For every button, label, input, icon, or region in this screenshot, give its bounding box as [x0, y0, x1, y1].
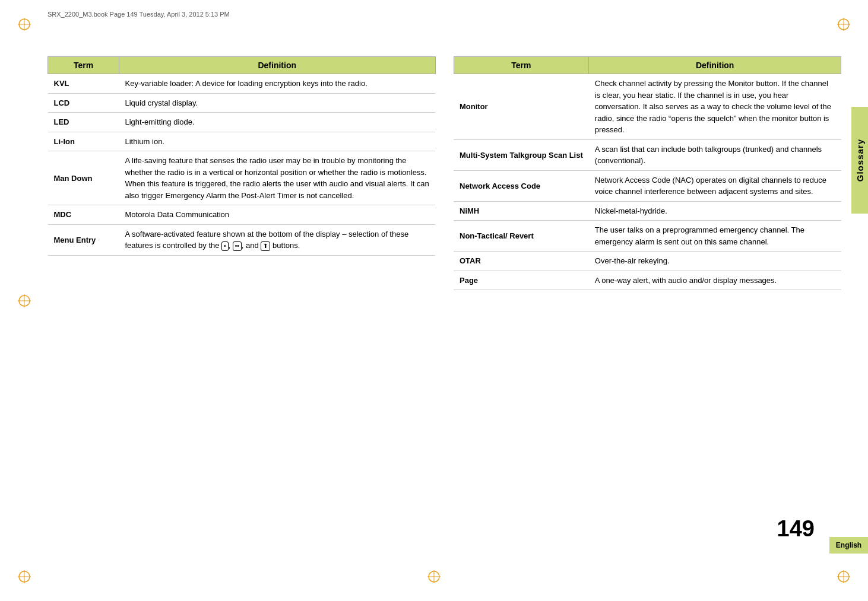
table-row: Menu Entry A software-activated feature … — [48, 224, 436, 255]
right-table-col: Term Definition Monitor Check channel ac… — [454, 56, 842, 290]
glossary-label: Glossary — [855, 139, 865, 182]
table-row: LCD Liquid crystal display. — [48, 93, 436, 113]
right-glossary-table: Term Definition Monitor Check channel ac… — [454, 56, 842, 290]
button-icon-single: • — [221, 241, 229, 251]
term-mdc: MDC — [48, 205, 119, 225]
table-row: OTAR Over-the-air rekeying. — [454, 252, 841, 271]
term-lcd: LCD — [48, 93, 119, 113]
left-table-col: Term Definition KVL Key-variable loader:… — [47, 56, 436, 256]
term-multisystem: Multi-System Talkgroup Scan List — [454, 139, 589, 170]
def-menuentry: A software-activated feature shown at th… — [119, 224, 436, 255]
reg-mark-bottom-right — [836, 569, 851, 584]
table-row: Page A one-way alert, with audio and/or … — [454, 271, 841, 290]
table-row: Network Access Code Network Access Code … — [454, 170, 841, 201]
left-glossary-table: Term Definition KVL Key-variable loader:… — [47, 56, 436, 256]
term-nontactical: Non-Tactical/ Revert — [454, 221, 589, 252]
table-row: Multi-System Talkgroup Scan List A scan … — [454, 139, 841, 170]
button-icon-up: ⬆ — [261, 241, 270, 251]
main-content: Term Definition KVL Key-variable loader:… — [47, 56, 841, 554]
table-row: Non-Tactical/ Revert The user talks on a… — [454, 221, 841, 252]
def-liion: Lithium ion. — [119, 132, 436, 151]
reg-mark-left-center — [17, 293, 32, 309]
table-row: MDC Motorola Data Communication — [48, 205, 436, 225]
table-row: LED Light-emitting diode. — [48, 113, 436, 132]
term-nimh: NiMH — [454, 201, 589, 221]
term-monitor: Monitor — [454, 74, 589, 140]
term-kvl: KVL — [48, 74, 119, 94]
def-monitor: Check channel activity by pressing the M… — [589, 74, 841, 140]
term-liion: Li-Ion — [48, 132, 119, 151]
term-page: Page — [454, 271, 589, 290]
term-otar: OTAR — [454, 252, 589, 271]
def-nac: Network Access Code (NAC) operates on di… — [589, 170, 841, 201]
table-row: NiMH Nickel-metal-hydride. — [454, 201, 841, 221]
glossary-tab: Glossary — [851, 107, 868, 214]
reg-mark-top-right — [836, 17, 851, 32]
file-info: SRX_2200_M3.book Page 149 Tuesday, April… — [47, 11, 230, 18]
left-term-header: Term — [48, 57, 119, 74]
table-row: Man Down A life-saving feature that sens… — [48, 151, 436, 205]
term-mandown: Man Down — [48, 151, 119, 205]
reg-mark-bottom-left — [17, 569, 32, 584]
def-nimh: Nickel-metal-hydride. — [589, 201, 841, 221]
term-nac: Network Access Code — [454, 170, 589, 201]
left-definition-header: Definition — [119, 57, 436, 74]
table-row: Li-Ion Lithium ion. — [48, 132, 436, 151]
term-menuentry: Menu Entry — [48, 224, 119, 255]
def-lcd: Liquid crystal display. — [119, 93, 436, 113]
table-row: Monitor Check channel activity by pressi… — [454, 74, 841, 140]
reg-mark-bottom-center — [426, 569, 442, 584]
table-row: KVL Key-variable loader: A device for lo… — [48, 74, 436, 94]
def-led: Light-emitting diode. — [119, 113, 436, 132]
term-led: LED — [48, 113, 119, 132]
def-otar: Over-the-air rekeying. — [589, 252, 841, 271]
tables-wrapper: Term Definition KVL Key-variable loader:… — [47, 56, 841, 554]
def-kvl: Key-variable loader: A device for loadin… — [119, 74, 436, 94]
reg-mark-top-left — [17, 17, 32, 32]
def-mdc: Motorola Data Communication — [119, 205, 436, 225]
right-definition-header: Definition — [589, 57, 841, 74]
page-container: SRX_2200_M3.book Page 149 Tuesday, April… — [0, 0, 868, 601]
def-nontactical: The user talks on a preprogrammed emerge… — [589, 221, 841, 252]
button-icon-double: •• — [233, 241, 242, 251]
right-term-header: Term — [454, 57, 589, 74]
def-mandown: A life-saving feature that senses the ra… — [119, 151, 436, 205]
def-multisystem: A scan list that can include both talkgr… — [589, 139, 841, 170]
def-page: A one-way alert, with audio and/or displ… — [589, 271, 841, 290]
